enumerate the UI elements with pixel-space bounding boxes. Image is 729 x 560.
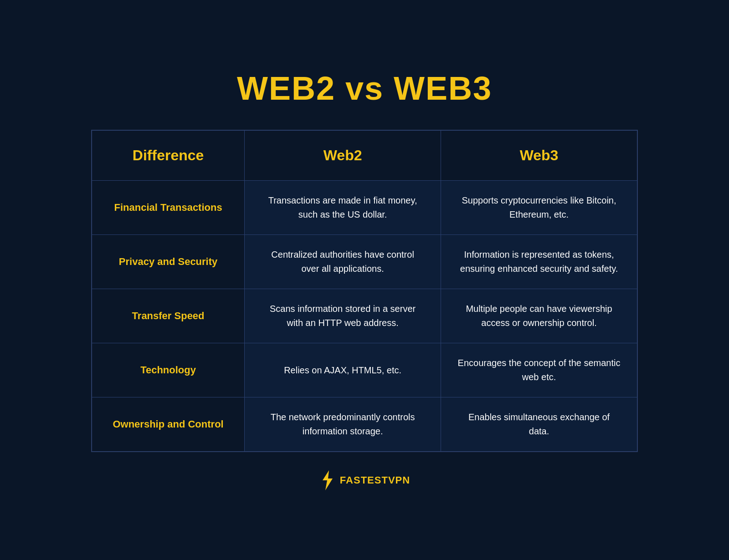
cell-web2: Relies on AJAX, HTML5, etc. [245, 343, 441, 397]
table-row: Transfer SpeedScans information stored i… [92, 289, 637, 343]
cell-difference: Technology [92, 343, 245, 397]
footer: FASTESTVPN [319, 470, 410, 490]
comparison-table: Difference Web2 Web3 Financial Transacti… [91, 130, 638, 452]
cell-web3: Information is represented as tokens, en… [441, 235, 637, 289]
col-header-web2: Web2 [245, 131, 441, 181]
table-row: Financial TransactionsTransactions are m… [92, 181, 637, 235]
table-header-row: Difference Web2 Web3 [92, 131, 637, 181]
cell-web3: Encourages the concept of the semantic w… [441, 343, 637, 397]
table-row: TechnologyRelies on AJAX, HTML5, etc.Enc… [92, 343, 637, 397]
col-header-web3: Web3 [441, 131, 637, 181]
cell-difference: Transfer Speed [92, 289, 245, 343]
svg-marker-0 [323, 470, 333, 490]
cell-difference: Ownership and Control [92, 397, 245, 452]
brand-label: FASTESTVPN [340, 474, 410, 486]
brand-fastest: FASTEST [340, 474, 388, 486]
cell-web3: Supports cryptocurrencies like Bitcoin, … [441, 181, 637, 235]
cell-difference: Privacy and Security [92, 235, 245, 289]
table-row: Privacy and SecurityCentralized authorit… [92, 235, 637, 289]
cell-web3: Multiple people can have viewership acce… [441, 289, 637, 343]
brand-vpn: VPN [388, 474, 410, 486]
bolt-icon [319, 470, 335, 490]
cell-web2: Centralized authorities have control ove… [245, 235, 441, 289]
page-title: WEB2 vs WEB3 [237, 70, 492, 107]
col-header-difference: Difference [92, 131, 245, 181]
cell-difference: Financial Transactions [92, 181, 245, 235]
cell-web2: The network predominantly controls infor… [245, 397, 441, 452]
cell-web2: Transactions are made in fiat money, suc… [245, 181, 441, 235]
table-row: Ownership and ControlThe network predomi… [92, 397, 637, 452]
cell-web2: Scans information stored in a server wit… [245, 289, 441, 343]
cell-web3: Enables simultaneous exchange of data. [441, 397, 637, 452]
